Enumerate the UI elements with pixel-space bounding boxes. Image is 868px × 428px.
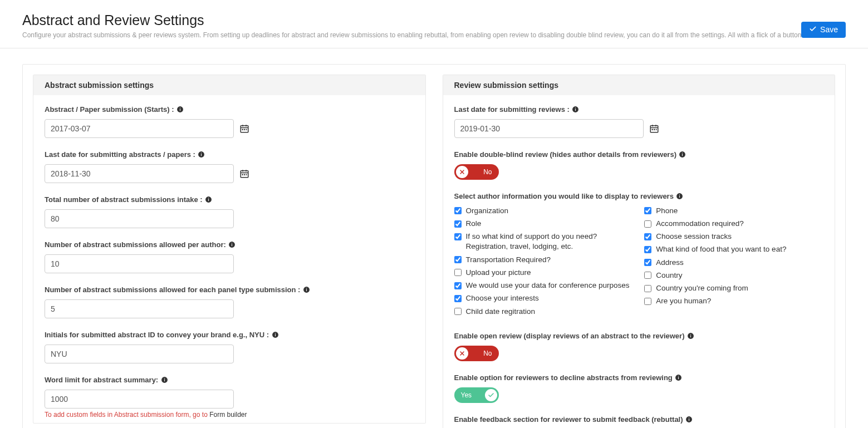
author-info-check[interactable]: Phone <box>644 206 823 216</box>
checkbox[interactable] <box>644 298 651 305</box>
checkbox[interactable] <box>454 256 462 263</box>
input-review-last[interactable] <box>454 119 644 138</box>
input-abstract-start[interactable] <box>45 119 234 138</box>
input-abstract-last[interactable] <box>45 164 234 183</box>
checkbox[interactable] <box>644 246 651 253</box>
info-icon[interactable] <box>205 195 213 203</box>
info-icon[interactable] <box>675 373 683 381</box>
checkbox[interactable] <box>644 207 651 214</box>
hint-formbuilder: To add custom fields in Abstract submiss… <box>45 411 414 419</box>
author-info-check[interactable]: What kind of food that you want to eat? <box>644 244 823 254</box>
field-review-last: Last date for submitting reviews : <box>454 105 824 138</box>
info-icon[interactable] <box>198 150 205 158</box>
check-icon <box>809 25 817 35</box>
field-authorinfo: Select author information you would like… <box>454 192 824 319</box>
label-wordlimit: Word limit for abstract summary: <box>45 376 414 384</box>
svg-rect-52 <box>679 194 680 195</box>
author-info-check[interactable]: We would use your data for conference pu… <box>454 281 634 291</box>
calendar-icon[interactable] <box>239 169 249 179</box>
author-info-check[interactable]: Country <box>644 270 823 281</box>
checkbox[interactable] <box>454 295 462 302</box>
input-per-panel[interactable] <box>45 299 234 318</box>
check-label: If so what kind of support do you need? … <box>466 232 634 252</box>
info-icon[interactable] <box>302 286 310 293</box>
svg-rect-18 <box>244 174 245 175</box>
info-icon[interactable] <box>686 332 694 340</box>
svg-rect-63 <box>689 417 689 418</box>
checkbox[interactable] <box>644 285 651 292</box>
svg-rect-2 <box>180 107 180 108</box>
author-info-check[interactable]: Choose your interests <box>454 293 634 303</box>
calendar-icon[interactable] <box>649 124 659 134</box>
label-authorinfo: Select author information you would like… <box>454 192 824 200</box>
save-label: Save <box>820 25 838 34</box>
input-initials[interactable] <box>45 345 234 363</box>
check-label: Choose your interests <box>466 293 539 303</box>
checkbox[interactable] <box>454 220 462 228</box>
author-info-check[interactable]: Country you're coming from <box>644 283 823 293</box>
info-icon[interactable] <box>271 331 279 338</box>
label-total-intake: Total number of abstract submissions int… <box>45 195 414 204</box>
input-per-author[interactable] <box>45 254 234 273</box>
svg-rect-60 <box>678 376 679 376</box>
author-info-check[interactable]: Address <box>644 258 823 268</box>
check-label: Country you're coming from <box>656 283 748 293</box>
svg-rect-12 <box>201 152 202 153</box>
input-total-intake[interactable] <box>45 209 234 228</box>
svg-rect-44 <box>656 129 657 130</box>
svg-rect-21 <box>208 199 209 201</box>
calendar-icon[interactable] <box>239 124 249 134</box>
svg-rect-9 <box>246 129 247 130</box>
review-panel-title: Review submission settings <box>443 75 835 95</box>
svg-rect-55 <box>690 334 691 334</box>
label-abstract-last: Last date for submitting abstracts / pap… <box>45 150 414 159</box>
author-info-check[interactable]: Role <box>454 219 634 229</box>
field-abstract-last: Last date for submitting abstracts / pap… <box>45 150 414 183</box>
svg-rect-37 <box>575 107 576 108</box>
checkbox[interactable] <box>644 233 651 240</box>
author-info-check[interactable]: Organization <box>454 206 634 216</box>
author-info-check[interactable]: If so what kind of support do you need? … <box>454 232 634 252</box>
link-form-builder[interactable]: Form builder <box>209 411 247 419</box>
checkbox[interactable] <box>454 282 462 289</box>
label-review-last: Last date for submitting reviews : <box>454 105 824 114</box>
author-info-check[interactable]: Transportation Required? <box>454 255 634 265</box>
toggle-decline[interactable]: Yes <box>454 387 499 403</box>
svg-rect-30 <box>275 334 276 336</box>
abstract-panel: Abstract submission settings Abstract / … <box>33 75 426 424</box>
field-feedback: Enable feedback section for reviewer to … <box>454 415 824 424</box>
checkbox[interactable] <box>454 207 462 214</box>
info-icon[interactable] <box>572 105 580 113</box>
info-icon[interactable] <box>685 415 693 423</box>
svg-rect-1 <box>180 109 180 111</box>
svg-rect-47 <box>682 152 683 153</box>
author-info-check[interactable]: Accommodation required? <box>644 219 823 229</box>
info-icon[interactable] <box>160 376 168 383</box>
checkbox[interactable] <box>644 272 651 279</box>
checkbox[interactable] <box>454 233 462 240</box>
checkbox[interactable] <box>454 269 462 276</box>
check-icon <box>485 389 497 401</box>
info-icon[interactable] <box>679 150 686 158</box>
label-initials: Initials for submitted abstract ID to co… <box>45 331 414 339</box>
field-dblblind: Enable double-blind review (hides author… <box>454 150 824 180</box>
svg-rect-24 <box>232 244 232 246</box>
toggle-dblblind[interactable]: No <box>454 164 499 180</box>
author-info-check[interactable]: Upload your picture <box>454 268 634 278</box>
field-initials: Initials for submitted abstract ID to co… <box>45 331 414 363</box>
toggle-openreview[interactable]: No <box>454 346 499 361</box>
author-info-check[interactable]: Are you human? <box>644 296 823 306</box>
checkbox[interactable] <box>644 220 651 228</box>
page-title: Abstract and Review Settings <box>22 12 846 28</box>
field-per-panel: Number of abstract submissions allowed f… <box>45 286 414 318</box>
info-icon[interactable] <box>228 240 236 248</box>
author-info-check[interactable]: Choose session tracks <box>644 232 823 242</box>
input-wordlimit[interactable] <box>45 390 234 409</box>
checkbox[interactable] <box>644 259 651 266</box>
info-icon[interactable] <box>176 105 184 113</box>
author-info-check[interactable]: Child date regitration <box>454 307 634 317</box>
checkbox[interactable] <box>454 308 462 315</box>
info-icon[interactable] <box>676 192 684 200</box>
content: Abstract submission settings Abstract / … <box>0 48 868 428</box>
save-button[interactable]: Save <box>801 22 846 38</box>
